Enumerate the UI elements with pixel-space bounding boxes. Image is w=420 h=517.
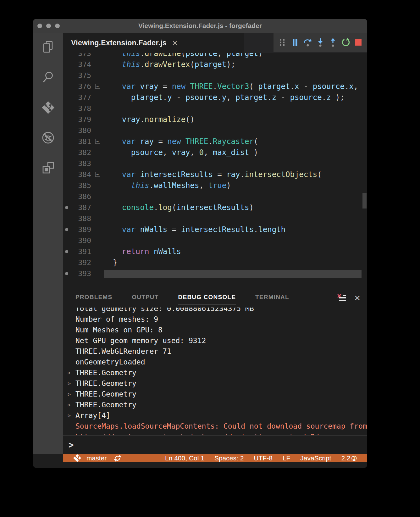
code-text: } xyxy=(104,258,117,267)
panel-close-icon[interactable]: × xyxy=(354,293,360,303)
horizontal-scrollbar[interactable] xyxy=(104,270,362,278)
activity-bar xyxy=(33,33,63,454)
code-text: var intersectResults = ray.intersectObje… xyxy=(104,170,322,179)
breakpoint-margin[interactable] xyxy=(63,250,72,253)
code-line: 383 xyxy=(63,158,367,169)
breakpoint-indicator[interactable] xyxy=(65,272,68,275)
breakpoint-margin[interactable] xyxy=(63,206,72,209)
restart-button[interactable] xyxy=(340,37,351,48)
line-number: 381 xyxy=(72,137,95,146)
panel-tab-terminal[interactable]: TERMINAL xyxy=(255,294,289,302)
cursor-position[interactable]: Ln 400, Col 1 xyxy=(165,454,204,462)
sync-icon[interactable] xyxy=(113,454,122,462)
panel-tab-output[interactable]: OUTPUT xyxy=(132,294,158,302)
code-line: 384−var intersectResults = ray.intersect… xyxy=(63,169,367,180)
expand-icon[interactable]: ▷ xyxy=(68,378,71,389)
console-line[interactable]: ▷THREE.Geometry xyxy=(63,378,367,389)
console-line: Number of meshes: 9 xyxy=(63,314,367,325)
code-text: return nWalls xyxy=(104,247,181,256)
extensions-icon[interactable] xyxy=(41,161,55,175)
console-line: Num Meshes on GPU: 8 xyxy=(63,325,367,335)
fold-margin[interactable]: − xyxy=(95,172,104,177)
panel-tab-debug-console[interactable]: DEBUG CONSOLE xyxy=(178,294,236,302)
debug-console[interactable]: Total geometry size: 0.008880615234375 M… xyxy=(63,308,367,435)
traffic-lights xyxy=(37,19,60,33)
minimize-window-button[interactable] xyxy=(46,24,51,28)
title-bar: Viewing.Extension.Fader.js - forgefader xyxy=(33,19,367,33)
breakpoint-margin[interactable] xyxy=(63,272,72,275)
fold-collapse-icon[interactable]: − xyxy=(95,84,100,89)
language-mode[interactable]: JavaScript xyxy=(300,454,331,462)
code-text: this.drawVertex(ptarget); xyxy=(104,60,235,69)
step-into-button[interactable] xyxy=(315,37,326,48)
debug-disabled-icon[interactable] xyxy=(41,131,55,145)
expand-icon[interactable]: ▷ xyxy=(68,389,71,399)
console-line[interactable]: ▷THREE.Geometry xyxy=(63,367,367,378)
code-line: 385this.wallMeshes, true) xyxy=(63,180,367,191)
line-gutter: 381− xyxy=(63,136,104,147)
search-icon[interactable] xyxy=(41,70,55,85)
toolbar-drag-grip[interactable] xyxy=(277,37,288,48)
panel-tab-problems[interactable]: PROBLEMS xyxy=(75,294,112,302)
code-text: var vray = new THREE.Vector3( ptarget.x … xyxy=(104,82,358,91)
console-line[interactable]: ▷THREE.Geometry xyxy=(63,399,367,410)
indentation-setting[interactable]: Spaces: 2 xyxy=(214,454,244,462)
pause-button[interactable] xyxy=(290,37,300,48)
source-control-icon[interactable] xyxy=(41,100,55,115)
line-gutter: 373 xyxy=(63,53,104,59)
line-gutter: 376− xyxy=(63,81,104,92)
console-line: Total geometry size: 0.008880615234375 M… xyxy=(63,308,367,314)
line-gutter: 378 xyxy=(63,103,104,114)
fold-collapse-icon[interactable]: − xyxy=(95,139,100,144)
zoom-window-button[interactable] xyxy=(55,24,60,28)
step-over-button[interactable] xyxy=(302,37,313,48)
breakpoint-indicator[interactable] xyxy=(65,250,68,253)
explorer-icon[interactable] xyxy=(41,40,55,54)
console-prompt-row[interactable]: > xyxy=(63,435,367,454)
line-number: 379 xyxy=(72,115,95,124)
fold-collapse-icon[interactable]: − xyxy=(95,172,100,177)
line-gutter: 383 xyxy=(63,158,104,169)
console-line[interactable]: ▷Array[4] xyxy=(63,410,367,421)
clear-console-icon[interactable]: × xyxy=(337,294,346,302)
close-window-button[interactable] xyxy=(37,24,42,28)
line-gutter: 390 xyxy=(63,235,104,246)
git-branch-label[interactable]: master xyxy=(86,454,107,462)
fold-margin[interactable]: − xyxy=(95,84,104,89)
vertical-scrollbar[interactable] xyxy=(362,193,367,208)
expand-icon[interactable]: ▷ xyxy=(68,367,71,378)
stop-button[interactable] xyxy=(353,37,364,48)
expand-icon[interactable]: ▷ xyxy=(68,410,71,421)
tab-close-icon[interactable]: × xyxy=(172,39,177,47)
code-text: this.drawLine(psource, ptarget) xyxy=(104,53,263,58)
bottom-panel: PROBLEMSOUTPUTDEBUG CONSOLETERMINAL × × … xyxy=(63,288,367,454)
breakpoint-indicator[interactable] xyxy=(65,206,68,209)
line-number: 373 xyxy=(72,53,95,58)
expand-icon[interactable]: ▷ xyxy=(68,399,71,410)
tab-viewing-extension-fader[interactable]: Viewing.Extension.Fader.js × xyxy=(63,33,244,53)
line-number: 376 xyxy=(72,82,95,91)
code-line: 387console.log(intersectResults) xyxy=(63,202,367,213)
eol-setting[interactable]: LF xyxy=(283,454,290,462)
line-number: 389 xyxy=(72,225,95,234)
line-number: 374 xyxy=(72,60,95,69)
code-line: 392} xyxy=(63,257,367,268)
breakpoint-indicator[interactable] xyxy=(65,228,68,231)
code-text: psource, vray, 0, max_dist ) xyxy=(104,148,258,157)
line-gutter: 391 xyxy=(63,246,104,257)
step-out-button[interactable] xyxy=(328,37,338,48)
git-branch-icon[interactable] xyxy=(73,454,81,462)
console-line[interactable]: ▷THREE.Geometry xyxy=(63,389,367,399)
code-line: 390 xyxy=(63,235,367,246)
code-line: 375 xyxy=(63,70,367,81)
breakpoint-margin[interactable] xyxy=(63,228,72,231)
status-center-items: Ln 400, Col 1Spaces: 2UTF-8LFJavaScript2… xyxy=(165,454,356,462)
line-gutter: 382 xyxy=(63,147,104,158)
code-line: 382psource, vray, 0, max_dist ) xyxy=(63,147,367,158)
encoding-setting[interactable]: UTF-8 xyxy=(254,454,273,462)
code-line: 374this.drawVertex(ptarget); xyxy=(63,59,367,70)
feedback-smiley-icon[interactable]: ☺ xyxy=(350,454,358,462)
panel-tab-bar: PROBLEMSOUTPUTDEBUG CONSOLETERMINAL × × xyxy=(63,288,367,308)
fold-margin[interactable]: − xyxy=(95,139,104,144)
code-editor[interactable]: 373this.drawLine(psource, ptarget)374thi… xyxy=(63,53,367,288)
